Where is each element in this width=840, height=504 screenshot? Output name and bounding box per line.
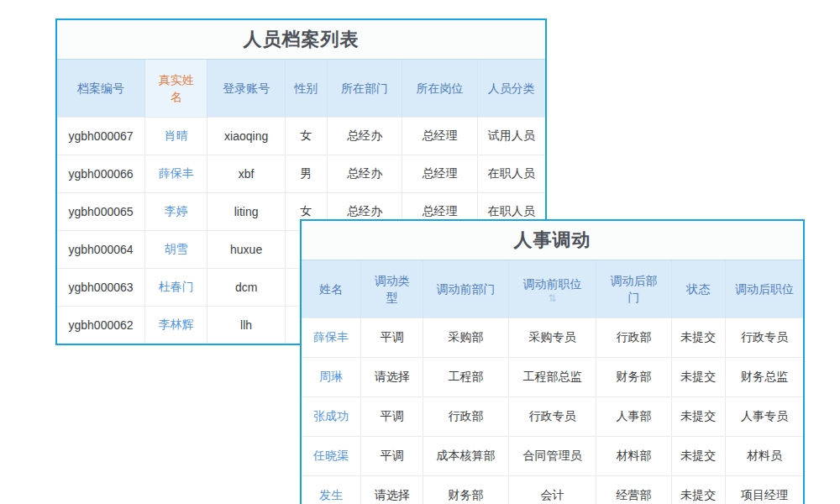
table-row: ygbh000067肖晴xiaoqing女总经办总经理试用人员 (57, 118, 545, 155)
column-header-label: 档案编号 (77, 81, 124, 95)
column-header-1: 调动类型 (360, 260, 423, 318)
column-header-3: 性别 (285, 60, 327, 118)
personnel-archive-title: 人员档案列表 (57, 20, 545, 59)
column-header-3[interactable]: 调动前职位⇅ (508, 260, 596, 318)
table-cell: 合同管理员 (508, 437, 596, 476)
column-header-label: 所在岗位 (416, 81, 463, 95)
column-header-label: 所在部门 (341, 81, 388, 95)
table-row: ygbh000066薛保丰xbf男总经办总经理在职人员 (57, 155, 545, 193)
table-cell: 财务部 (423, 476, 508, 504)
employee-name-link[interactable]: 周琳 (302, 358, 360, 397)
employee-name-link[interactable]: 李林辉 (145, 307, 207, 344)
table-cell: ygbh000062 (57, 307, 145, 344)
column-header-label: 调动前部门 (437, 282, 496, 296)
table-cell: 行政部 (596, 318, 671, 358)
table-cell: ygbh000066 (57, 155, 145, 193)
employee-name-link[interactable]: 肖晴 (145, 118, 207, 155)
personnel-transfer-card: 人事调动 姓名调动类型调动前部门调动前职位⇅调动后部门状态调动后职位薛保丰平调采… (300, 219, 805, 504)
table-cell: 工程部总监 (508, 358, 596, 397)
table-cell: 请选择 (360, 476, 423, 504)
table-cell: 工程部 (423, 358, 508, 397)
table-cell: ygbh000064 (57, 231, 145, 269)
table-cell: 试用人员 (477, 118, 545, 155)
table-cell: 财务总监 (726, 358, 803, 397)
table-cell: 会计 (508, 476, 596, 504)
column-header-label: 姓名 (319, 282, 343, 296)
header-row: 姓名调动类型调动前部门调动前职位⇅调动后部门状态调动后职位 (302, 260, 803, 318)
employee-name-link[interactable]: 薛保丰 (302, 318, 360, 358)
column-header-0: 档案编号 (57, 60, 145, 118)
column-header-5: 状态 (671, 260, 725, 318)
table-cell: 行政专员 (726, 318, 803, 358)
table-cell: 人事专员 (726, 397, 803, 437)
table-cell: 财务部 (596, 358, 671, 397)
table-cell: 采购专员 (508, 318, 596, 358)
table-cell: xbf (207, 155, 285, 193)
column-header-label: 真实姓名 (159, 73, 194, 103)
table-cell: 请选择 (360, 358, 423, 397)
column-header-4: 调动后部门 (596, 260, 671, 318)
column-header-label: 调动后职位 (735, 282, 794, 296)
table-cell: 总经办 (327, 118, 402, 155)
table-cell: dcm (207, 269, 285, 307)
table-cell: 未提交 (671, 476, 725, 504)
column-header-label: 调动后部门 (610, 274, 657, 304)
table-cell: 材料员 (726, 437, 803, 476)
personnel-transfer-table: 姓名调动类型调动前部门调动前职位⇅调动后部门状态调动后职位薛保丰平调采购部采购专… (302, 260, 803, 504)
column-header-label: 状态 (686, 282, 710, 296)
column-header-1[interactable]: 真实姓名 (145, 60, 207, 118)
table-cell: huxue (207, 231, 285, 269)
column-header-label: 人员分类 (488, 81, 535, 95)
table-cell: llh (207, 307, 285, 344)
column-header-label: 性别 (294, 81, 318, 95)
column-header-2: 调动前部门 (423, 260, 508, 318)
table-cell: 平调 (360, 437, 423, 476)
column-header-2: 登录账号 (207, 60, 285, 118)
column-header-4: 所在部门 (327, 60, 402, 118)
table-cell: 男 (285, 155, 327, 193)
table-cell: 总经理 (402, 155, 477, 193)
table-cell: ygbh000065 (57, 193, 145, 231)
table-cell: xiaoqing (207, 118, 285, 155)
table-cell: 总经理 (402, 118, 477, 155)
table-row: 薛保丰平调采购部采购专员行政部未提交行政专员 (302, 318, 803, 358)
column-header-0: 姓名 (302, 260, 360, 318)
employee-name-link[interactable]: 胡雪 (145, 231, 207, 269)
table-row: 发生请选择财务部会计经营部未提交项目经理 (302, 476, 803, 504)
table-cell: 女 (285, 118, 327, 155)
header-row: 档案编号真实姓名登录账号性别所在部门所在岗位人员分类 (57, 60, 545, 118)
personnel-transfer-title: 人事调动 (302, 221, 803, 260)
employee-name-link[interactable]: 杜春门 (145, 269, 207, 307)
sort-icon[interactable]: ⇅ (517, 294, 587, 302)
table-cell: ygbh000067 (57, 118, 145, 155)
table-cell: 平调 (360, 397, 423, 437)
employee-name-link[interactable]: 李婷 (145, 193, 207, 231)
table-cell: 在职人员 (477, 155, 545, 193)
table-cell: 总经办 (327, 155, 402, 193)
table-cell: 采购部 (423, 318, 508, 358)
table-cell: 行政专员 (508, 397, 596, 437)
table-cell: liting (207, 193, 285, 231)
table-cell: 项目经理 (726, 476, 803, 504)
table-cell: 行政部 (423, 397, 508, 437)
employee-name-link[interactable]: 张成功 (302, 397, 360, 437)
table-cell: 经营部 (596, 476, 671, 504)
column-header-label: 调动类型 (375, 274, 410, 304)
table-cell: ygbh000063 (57, 269, 145, 307)
table-row: 任晓渠平调成本核算部合同管理员材料部未提交材料员 (302, 437, 803, 476)
table-row: 张成功平调行政部行政专员人事部未提交人事专员 (302, 397, 803, 437)
column-header-6: 人员分类 (477, 60, 545, 118)
column-header-6: 调动后职位 (726, 260, 803, 318)
column-header-label: 登录账号 (223, 81, 270, 95)
table-cell: 成本核算部 (423, 437, 508, 476)
table-cell: 未提交 (671, 397, 725, 437)
table-cell: 材料部 (596, 437, 671, 476)
table-cell: 人事部 (596, 397, 671, 437)
table-cell: 未提交 (671, 437, 725, 476)
employee-name-link[interactable]: 任晓渠 (302, 437, 360, 476)
employee-name-link[interactable]: 发生 (302, 476, 360, 504)
table-row: 周琳请选择工程部工程部总监财务部未提交财务总监 (302, 358, 803, 397)
employee-name-link[interactable]: 薛保丰 (145, 155, 207, 193)
table-cell: 平调 (360, 318, 423, 358)
column-header-5: 所在岗位 (402, 60, 477, 118)
